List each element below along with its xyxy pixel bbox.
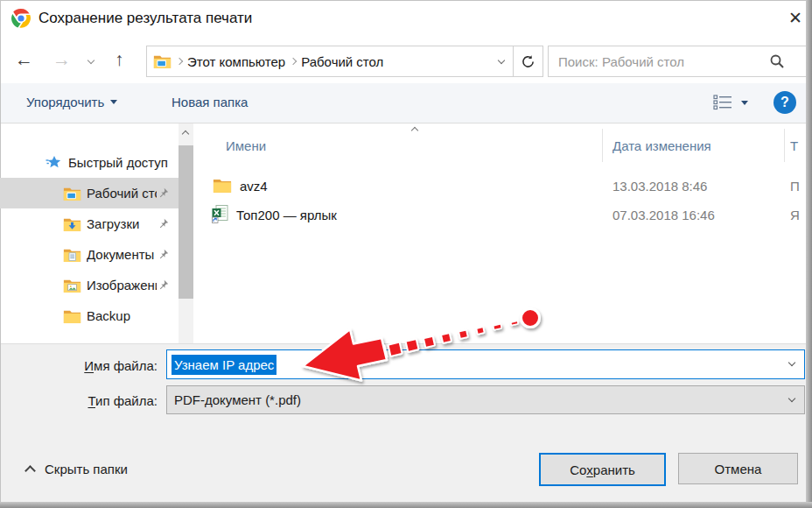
sidebar-item-desktop[interactable]: Рабочий стол xyxy=(0,178,178,208)
save-label-pre: Со xyxy=(570,462,586,477)
filetype-label-key: Т xyxy=(88,393,95,408)
file-type: Я xyxy=(790,208,800,222)
filetype-value: PDF-документ (*.pdf) xyxy=(174,392,301,407)
filename-label-rest: мя файла: xyxy=(94,358,158,373)
save-dialog-window: Сохранение результата печати ✕ ← → ↑ Это… xyxy=(0,0,812,508)
breadcrumb-item-this-pc[interactable]: Этот компьютер xyxy=(182,54,290,69)
window-shadow-right xyxy=(806,0,812,508)
chrome-icon xyxy=(10,8,32,29)
details-view-icon xyxy=(712,93,733,112)
pictures-folder-icon xyxy=(63,278,81,293)
filename-label: Имя файла: xyxy=(61,358,158,373)
folder-icon xyxy=(213,177,232,194)
pin-icon xyxy=(158,279,169,291)
downloads-folder-icon xyxy=(63,216,81,232)
pin-icon xyxy=(158,249,169,260)
up-button[interactable]: ↑ xyxy=(115,50,124,68)
back-button[interactable]: ← xyxy=(15,50,33,68)
scrollbar-thumb[interactable] xyxy=(178,145,193,299)
column-divider[interactable] xyxy=(602,129,603,162)
hide-folders-label: Скрыть папки xyxy=(45,462,128,476)
sidebar-item-label: Рабочий стол xyxy=(87,186,157,201)
new-folder-label: Новая папка xyxy=(172,95,248,109)
hide-folders-button[interactable]: Скрыть папки xyxy=(26,462,128,476)
sidebar-item-label: Backup xyxy=(87,308,130,323)
search-input[interactable] xyxy=(556,48,774,74)
pin-icon xyxy=(158,187,169,199)
filetype-select[interactable]: PDF-документ (*.pdf) xyxy=(166,385,805,414)
address-dropdown-chevron-icon[interactable] xyxy=(498,57,505,64)
excel-shortcut-icon xyxy=(210,204,230,224)
save-label-post: ранить xyxy=(593,462,635,477)
file-name: Топ200 — ярлык xyxy=(236,208,337,222)
window-shadow-bottom xyxy=(0,502,812,508)
chevron-down-icon xyxy=(110,100,117,104)
chevron-down-icon[interactable] xyxy=(788,395,795,402)
view-selector-button[interactable] xyxy=(712,93,748,112)
chevron-down-icon xyxy=(741,101,748,105)
filename-input[interactable]: Узнаем IP адрес xyxy=(166,349,805,379)
filename-value: Узнаем IP адрес xyxy=(172,355,276,375)
sidebar-item-quick-access[interactable]: Быстрый доступ xyxy=(0,147,178,178)
desktop-folder-icon xyxy=(153,53,172,69)
save-label-key: х xyxy=(586,462,593,477)
breadcrumb: Этот компьютер Рабочий стол xyxy=(146,46,543,77)
pin-icon xyxy=(158,218,169,229)
chevron-down-icon[interactable] xyxy=(788,359,795,366)
file-type: П xyxy=(790,179,800,194)
organize-button[interactable]: Упорядочить xyxy=(26,95,117,109)
file-name: avz4 xyxy=(240,179,268,194)
sidebar-item-label: Документы xyxy=(87,247,157,262)
sidebar-item-label: Загрузки xyxy=(87,216,157,231)
file-date: 13.03.2018 8:46 xyxy=(612,179,707,194)
sidebar-item-documents[interactable]: Документы xyxy=(0,239,178,270)
sidebar-item-label: Быстрый доступ xyxy=(68,155,168,170)
file-date: 07.03.2018 16:46 xyxy=(612,208,715,222)
desktop-folder-icon xyxy=(63,186,81,201)
save-button[interactable]: Сохранить xyxy=(539,453,666,486)
sidebar-scrollbar[interactable] xyxy=(178,123,193,343)
scroll-up-icon[interactable] xyxy=(182,131,189,138)
command-bar xyxy=(1,83,811,123)
search-box xyxy=(548,46,807,77)
sidebar-item-downloads[interactable]: Загрузки xyxy=(0,208,178,239)
new-folder-button[interactable]: Новая папка xyxy=(172,95,248,109)
cancel-label: Отмена xyxy=(715,462,762,476)
column-header-type[interactable]: Т xyxy=(790,138,798,153)
sidebar-item-pictures[interactable]: Изображения xyxy=(0,270,178,300)
window-title: Сохранение результата печати xyxy=(38,10,252,27)
sidebar: Быстрый доступ Рабочий стол xyxy=(0,123,178,343)
search-icon[interactable] xyxy=(769,53,785,73)
column-header-name[interactable]: Имени xyxy=(226,138,266,153)
table-row[interactable]: Топ200 — ярлык 07.03.2018 16:46 Я xyxy=(200,201,812,229)
filetype-label: Тип файла: xyxy=(61,393,158,408)
column-header-date[interactable]: Дата изменения xyxy=(612,138,711,153)
refresh-button[interactable] xyxy=(513,46,542,76)
organize-label: Упорядочить xyxy=(26,95,104,109)
filename-label-key: И xyxy=(84,358,94,373)
column-divider[interactable] xyxy=(784,129,785,162)
sidebar-item-label: Изображения xyxy=(87,278,157,293)
forward-button[interactable]: → xyxy=(52,50,71,68)
documents-folder-icon xyxy=(63,247,81,263)
star-icon xyxy=(46,155,62,170)
sidebar-item-backup[interactable]: Backup xyxy=(0,300,178,331)
close-icon[interactable]: ✕ xyxy=(788,8,802,28)
help-button[interactable]: ? xyxy=(774,91,796,114)
breadcrumb-item-desktop[interactable]: Рабочий стол xyxy=(296,54,388,69)
sort-ascending-icon xyxy=(411,127,418,134)
cancel-button[interactable]: Отмена xyxy=(678,453,798,484)
filetype-label-rest: ип файла: xyxy=(95,393,158,408)
chevron-up-icon xyxy=(24,465,36,476)
table-row[interactable]: avz4 13.03.2018 8:46 П xyxy=(200,173,812,201)
folder-icon xyxy=(63,308,81,324)
recent-locations-chevron-icon[interactable] xyxy=(88,57,94,64)
